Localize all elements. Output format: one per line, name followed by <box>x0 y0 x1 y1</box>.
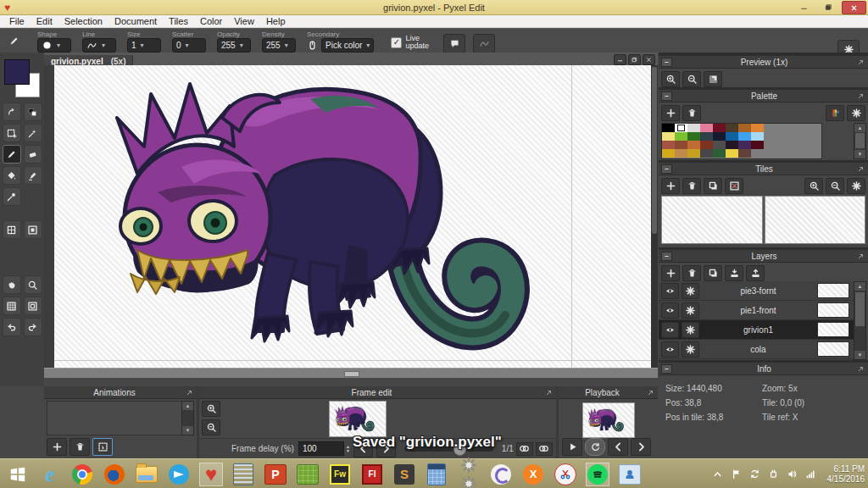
menu-help[interactable]: Help <box>260 16 292 26</box>
swap-colors-tool[interactable] <box>3 103 21 121</box>
text-editor-icon[interactable] <box>232 463 254 485</box>
palette-swatch[interactable] <box>713 141 726 149</box>
palette-swatch[interactable] <box>738 149 751 158</box>
palette-swatch[interactable] <box>700 141 713 149</box>
palette-swatch[interactable] <box>751 141 764 149</box>
layer-visibility-eye-icon[interactable] <box>661 322 679 338</box>
frame-thumbnail[interactable] <box>329 401 387 437</box>
preview-zoom-out-button[interactable] <box>682 71 701 87</box>
canvas-horizontal-scrollbar[interactable] <box>44 368 658 378</box>
scroll-down-icon[interactable]: ▼ <box>854 150 865 158</box>
tiles-zoom-out-button[interactable] <box>826 178 844 194</box>
palette-swatch[interactable] <box>738 124 751 132</box>
tile-stamp-tool[interactable] <box>3 220 21 239</box>
popout-panel-icon[interactable] <box>646 388 655 396</box>
preview-background-button[interactable] <box>704 71 722 87</box>
play-button[interactable] <box>562 438 582 456</box>
collapse-panel-icon[interactable] <box>661 164 672 174</box>
select-frames-button[interactable] <box>92 438 113 456</box>
popout-panel-icon[interactable] <box>185 388 194 396</box>
palette-swatch[interactable] <box>726 141 738 149</box>
menu-file[interactable]: File <box>3 16 31 26</box>
duplicate-tile-button[interactable] <box>704 178 722 194</box>
animations-scrollbar[interactable]: ▲ ▼ <box>181 401 194 435</box>
taskbar-clock[interactable]: 6:11 PM 4/15/2016 <box>827 464 865 485</box>
primary-color-swatch[interactable] <box>4 59 30 85</box>
palette-swatch[interactable] <box>687 124 700 132</box>
canvas-vertical-scrollbar[interactable] <box>651 65 658 369</box>
doc-minimize-button[interactable] <box>614 54 626 65</box>
palette-swatch[interactable] <box>713 132 726 141</box>
merge-layer-down-button[interactable] <box>725 265 743 281</box>
tile-window-tool[interactable] <box>24 220 42 239</box>
fill-bucket-tool[interactable] <box>3 166 21 185</box>
popout-panel-icon[interactable] <box>544 388 554 396</box>
flash-icon[interactable]: Fl <box>361 463 383 485</box>
eraser-tool[interactable] <box>24 145 42 164</box>
palette-swatch[interactable] <box>700 132 713 141</box>
color-picker-tool[interactable] <box>3 187 21 206</box>
menu-edit[interactable]: Edit <box>31 16 58 26</box>
layer-row-cola[interactable]: cola <box>659 340 856 359</box>
layer-visibility-eye-icon[interactable] <box>661 302 679 319</box>
line-dropdown[interactable] <box>82 38 116 53</box>
opacity-dropdown[interactable]: 255 <box>217 38 251 53</box>
popout-panel-icon[interactable] <box>856 364 865 373</box>
shape-dropdown[interactable] <box>37 38 71 53</box>
delete-tile-button[interactable] <box>682 178 701 194</box>
dialog-button[interactable] <box>443 34 465 53</box>
scatter-dropdown[interactable]: 0 <box>172 38 206 53</box>
layers-scrollbar[interactable]: ▲ ▼ <box>854 281 866 360</box>
preview-zoom-in-button[interactable] <box>661 71 680 87</box>
magic-wand-tool[interactable] <box>24 124 42 142</box>
palette-swatch[interactable] <box>713 124 726 132</box>
add-color-button[interactable] <box>661 105 680 121</box>
merge-layer-up-button[interactable] <box>746 265 765 281</box>
snipping-tool-icon[interactable] <box>554 463 576 485</box>
scroll-up-icon[interactable]: ▲ <box>854 124 865 132</box>
loop-button[interactable] <box>585 438 605 456</box>
menu-document[interactable]: Document <box>108 16 163 26</box>
palette-swatch[interactable] <box>675 149 687 158</box>
collapse-panel-icon[interactable] <box>661 252 672 261</box>
clear-tile-button[interactable] <box>725 178 743 194</box>
menu-color[interactable]: Color <box>194 16 228 26</box>
onion-skin-next-button[interactable] <box>536 442 553 456</box>
palette-settings-gear-icon[interactable] <box>847 105 865 121</box>
collapse-panel-icon[interactable] <box>661 364 672 374</box>
animations-list[interactable] <box>47 401 183 435</box>
maximize-button[interactable] <box>817 1 840 13</box>
marker-pen-tool[interactable] <box>24 166 42 185</box>
internet-explorer-icon[interactable]: e <box>39 463 61 485</box>
palette-swatch[interactable] <box>738 141 751 149</box>
popout-panel-icon[interactable] <box>856 92 865 100</box>
frame-border-tool[interactable] <box>24 297 42 315</box>
delete-color-button[interactable] <box>682 105 701 121</box>
add-layer-button[interactable] <box>661 265 680 281</box>
popout-panel-icon[interactable] <box>856 58 865 66</box>
layer-row-grivion1[interactable]: grivion1 <box>659 320 856 340</box>
palette-swatch[interactable] <box>687 149 700 158</box>
volume-icon[interactable] <box>787 469 798 480</box>
palette-swatch[interactable] <box>675 124 687 132</box>
telegram-icon[interactable] <box>168 463 190 485</box>
layer-settings-gear-icon[interactable] <box>682 322 699 338</box>
powerpoint-icon[interactable]: P <box>264 463 287 485</box>
menu-tiles[interactable]: Tiles <box>163 16 194 26</box>
chrome-icon[interactable] <box>71 463 93 485</box>
scroll-down-icon[interactable]: ▼ <box>854 351 865 359</box>
power-plug-icon[interactable] <box>768 469 779 480</box>
bittorrent-icon[interactable] <box>490 463 512 485</box>
pencil-tool[interactable] <box>3 145 21 164</box>
firefox-icon[interactable] <box>103 463 125 485</box>
doc-restore-button[interactable] <box>628 54 641 65</box>
network-signal-icon[interactable] <box>805 469 816 480</box>
palette-swatch[interactable] <box>726 132 738 141</box>
layer-row-boca[interactable]: boca <box>659 359 856 360</box>
palette-swatch[interactable] <box>675 141 687 149</box>
scroll-down-icon[interactable]: ▼ <box>182 426 193 435</box>
spotify-icon[interactable] <box>587 463 609 485</box>
rect-select-tool[interactable] <box>3 124 21 142</box>
frame-zoom-out-button[interactable] <box>202 419 220 435</box>
palette-swatch[interactable] <box>751 124 764 132</box>
